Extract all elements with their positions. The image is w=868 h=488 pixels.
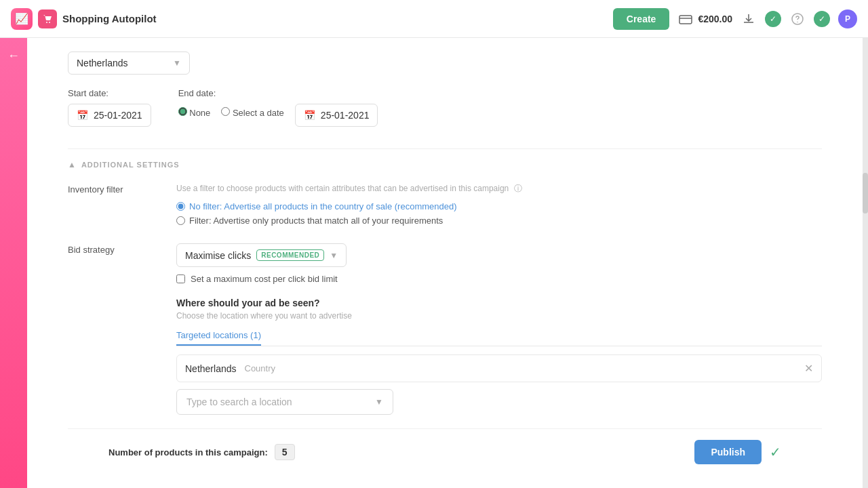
scrollbar-thumb[interactable] [863,173,868,214]
verified-icon: ✓ [814,11,830,27]
left-sidebar: ← [0,38,27,488]
top-navigation: 📈 Shopping Autopilot Create €200.00 ✓ [0,0,868,38]
bid-strategy-row: Bid strategy Maximise clicks RECOMMENDED… [68,243,822,284]
scrollbar[interactable] [863,38,868,488]
end-date-label: End date: [178,88,378,98]
start-date-input[interactable]: 📅 25-01-2021 [68,104,151,127]
inventory-filter-label: Inventory filter [68,183,149,230]
svg-point-1 [49,22,50,23]
calendar-icon: 📅 [77,110,88,121]
location-country-name: Netherlands [185,363,237,374]
svg-rect-2 [679,16,692,24]
section-divider [68,148,822,149]
bid-strategy-content: Maximise clicks RECOMMENDED ▼ Set a maxi… [176,243,822,284]
end-date-group: End date: None Select a date 📅 25-01-202… [178,88,378,127]
location-entry: Netherlands Country ✕ [176,354,822,382]
recommended-badge: RECOMMENDED [256,249,324,261]
max-cost-checkbox[interactable]: Set a maximum cost per click bid limit [176,274,822,284]
dropdown-chevron-icon: ▼ [173,58,181,68]
shopping-autopilot-icon [38,9,57,28]
end-date-none-option[interactable]: None [178,107,211,118]
no-filter-option[interactable]: No filter: Advertise all products in the… [176,201,822,211]
location-subheading: Choose the location where you want to ad… [176,311,822,321]
end-date-select-option[interactable]: Select a date [221,107,284,118]
location-empty-label [68,298,149,415]
filter-option[interactable]: Filter: Advertise only products that mat… [176,216,822,226]
app-title: Shopping Autopilot [62,13,613,24]
budget-display: €200.00 [677,11,732,27]
app-logo: 📈 [11,8,33,30]
svg-point-0 [46,22,47,23]
bottom-bar: Number of products in this campaign: 5 P… [68,428,822,475]
search-location-chevron-icon: ▼ [375,397,383,407]
check-icon: ✓ [765,11,781,27]
location-row: Where should your ad be seen? Choose the… [68,298,822,415]
publish-button[interactable]: Publish [694,440,762,464]
country-dropdown[interactable]: Netherlands ▼ [68,52,190,75]
inventory-filter-help: Use a filter to choose products with cer… [176,183,822,195]
help-icon[interactable] [789,11,806,27]
location-heading: Where should your ad be seen? [176,298,822,308]
location-type: Country [245,363,276,373]
back-button[interactable]: ← [4,46,23,65]
wallet-icon [677,11,694,27]
additional-settings-header: ▲ ADDITIONAL SETTINGS [68,160,822,169]
products-count-label: Number of products in this campaign: [108,447,268,458]
end-calendar-icon: 📅 [304,110,315,121]
products-count-section: Number of products in this campaign: 5 [108,444,295,460]
bottom-actions: Publish ✓ [694,440,781,464]
end-date-input[interactable]: 📅 25-01-2021 [295,104,378,127]
create-button[interactable]: Create [613,8,670,30]
end-date-radio-group: None Select a date 📅 25-01-2021 [178,104,378,127]
inventory-filter-row: Inventory filter Use a filter to choose … [68,183,822,230]
products-count-value: 5 [275,444,295,460]
remove-location-button[interactable]: ✕ [804,362,813,375]
bid-strategy-dropdown[interactable]: Maximise clicks RECOMMENDED ▼ [176,243,347,267]
start-date-group: Start date: 📅 25-01-2021 [68,88,151,127]
avatar[interactable]: P [838,9,857,28]
collapse-chevron-icon[interactable]: ▲ [68,160,76,169]
main-content: Netherlands ▼ Start date: 📅 25-01-2021 E… [27,38,863,488]
location-tab-bar: Targeted locations (1) [176,329,822,346]
search-location-input[interactable]: Type to search a location ▼ [176,389,393,415]
bid-chevron-icon: ▼ [330,251,338,260]
help-circle-icon[interactable]: ⓘ [514,184,522,193]
success-check-icon: ✓ [770,444,781,460]
targeted-locations-tab[interactable]: Targeted locations (1) [176,330,261,346]
location-content: Where should your ad be seen? Choose the… [176,298,822,415]
dates-section: Start date: 📅 25-01-2021 End date: None … [68,88,822,127]
download-icon[interactable] [741,11,757,27]
start-date-label: Start date: [68,88,151,98]
inventory-filter-content: Use a filter to choose products with cer… [176,183,822,230]
bid-strategy-label: Bid strategy [68,243,149,284]
